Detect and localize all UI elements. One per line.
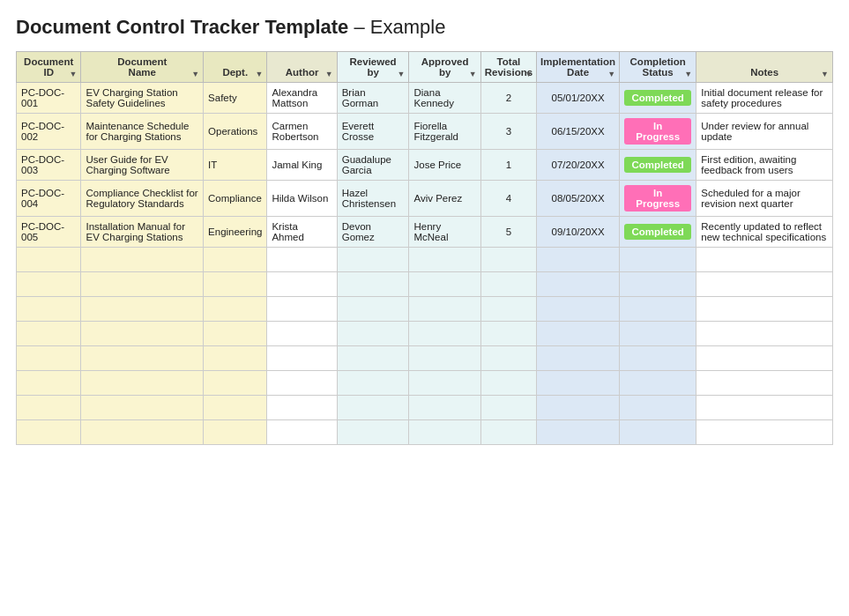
table-cell: PC-DOC-002 (17, 114, 81, 150)
col-header-approved-by[interactable]: Approvedby ▼ (409, 52, 480, 83)
cell-value: PC-DOC-005 (21, 221, 64, 242)
dropdown-icon-notes[interactable]: ▼ (821, 70, 829, 78)
cell-value: 5 (506, 226, 511, 237)
status-badge: Completed (624, 90, 691, 106)
table-cell: PC-DOC-005 (17, 217, 81, 248)
empty-cell (337, 272, 409, 297)
status-badge: Completed (624, 157, 691, 173)
cell-value: Everett Crosse (342, 121, 374, 142)
dropdown-icon-reviewed-by[interactable]: ▼ (398, 70, 406, 78)
dropdown-icon-total-revisions[interactable]: ▼ (525, 70, 532, 78)
table-cell: Completed (620, 83, 696, 114)
status-badge: In Progress (624, 118, 691, 145)
empty-cell (537, 396, 620, 420)
empty-cell (537, 248, 620, 272)
empty-cell (620, 420, 696, 445)
empty-cell (204, 272, 267, 297)
table-body: PC-DOC-001EV Charging Station Safety Gui… (17, 83, 833, 445)
cell-value: Krista Ahmed (272, 221, 303, 242)
empty-cell (696, 371, 833, 396)
col-header-notes[interactable]: Notes ▼ (696, 52, 833, 83)
empty-cell (480, 297, 536, 322)
col-header-dept[interactable]: Dept. ▼ (204, 52, 267, 83)
cell-value: 09/10/20XX (552, 226, 605, 237)
col-header-author[interactable]: Author ▼ (267, 52, 337, 83)
cell-value: 06/15/20XX (552, 126, 605, 137)
empty-cell (409, 420, 480, 445)
table-cell: Jamal King (267, 150, 337, 181)
empty-cell (81, 248, 204, 272)
cell-value: Safety (208, 93, 237, 103)
cell-value: Hazel Christensen (342, 188, 396, 209)
table-cell: 3 (480, 114, 536, 150)
empty-cell (204, 346, 267, 371)
cell-value: EV Charging Station Safety Guidelines (86, 87, 177, 108)
table-row: PC-DOC-004Compliance Checklist for Regul… (17, 181, 833, 217)
cell-value: PC-DOC-002 (21, 121, 64, 142)
empty-cell (204, 248, 267, 272)
dropdown-icon-approved-by[interactable]: ▼ (469, 70, 477, 78)
table-cell: Krista Ahmed (267, 217, 337, 248)
empty-cell (81, 420, 204, 445)
cell-value: PC-DOC-001 (21, 87, 64, 108)
table-row: PC-DOC-002Maintenance Schedule for Charg… (17, 114, 833, 150)
table-cell: Guadalupe Garcia (337, 150, 409, 181)
empty-cell (337, 371, 409, 396)
cell-value: PC-DOC-003 (21, 154, 64, 175)
empty-row (17, 322, 833, 346)
empty-cell (267, 272, 337, 297)
empty-cell (409, 346, 480, 371)
dropdown-icon-impl-date[interactable]: ▼ (607, 70, 615, 78)
cell-value: Maintenance Schedule for Charging Statio… (86, 121, 189, 142)
empty-cell (409, 396, 480, 420)
dropdown-icon-author[interactable]: ▼ (325, 70, 333, 78)
col-header-reviewed-by[interactable]: Reviewedby ▼ (337, 52, 409, 83)
table-cell: EV Charging Station Safety Guidelines (81, 83, 204, 114)
cell-value: Operations (208, 126, 257, 137)
empty-cell (620, 248, 696, 272)
table-cell: PC-DOC-004 (17, 181, 81, 217)
empty-cell (267, 420, 337, 445)
col-header-doc-id[interactable]: DocumentID ▼ (17, 52, 81, 83)
cell-value: 05/01/20XX (552, 93, 605, 103)
empty-cell (696, 297, 833, 322)
table-cell: 09/10/20XX (537, 217, 620, 248)
table-cell: 08/05/20XX (537, 181, 620, 217)
empty-cell (480, 248, 536, 272)
table-cell: Compliance Checklist for Regulatory Stan… (81, 181, 204, 217)
empty-cell (480, 371, 536, 396)
cell-value: 07/20/20XX (552, 160, 605, 170)
empty-cell (81, 322, 204, 346)
empty-cell (267, 297, 337, 322)
table-row: PC-DOC-005Installation Manual for EV Cha… (17, 217, 833, 248)
col-header-impl-date[interactable]: ImplementationDate ▼ (537, 52, 620, 83)
cell-value: 4 (506, 193, 511, 204)
empty-cell (620, 371, 696, 396)
col-header-doc-name[interactable]: DocumentName ▼ (81, 52, 204, 83)
empty-cell (267, 322, 337, 346)
empty-cell (204, 322, 267, 346)
empty-cell (337, 346, 409, 371)
dropdown-icon-dept[interactable]: ▼ (256, 70, 264, 78)
empty-cell (337, 248, 409, 272)
empty-cell (204, 297, 267, 322)
empty-cell (620, 322, 696, 346)
empty-cell (620, 272, 696, 297)
empty-cell (17, 371, 81, 396)
dropdown-icon-comp-status[interactable]: ▼ (684, 70, 692, 78)
empty-cell (337, 322, 409, 346)
page-title: Document Control Tracker Template – Exam… (16, 16, 833, 39)
cell-value: Alexandra Mattson (272, 87, 317, 108)
table-cell: Engineering (204, 217, 267, 248)
header-row: DocumentID ▼ DocumentName ▼ Dept. ▼ Auth… (17, 52, 833, 83)
table-cell: Compliance (204, 181, 267, 217)
dropdown-icon-doc-id[interactable]: ▼ (70, 70, 78, 78)
table-cell: 2 (480, 83, 536, 114)
empty-cell (337, 420, 409, 445)
table-cell: First edition, awaiting feedback from us… (696, 150, 833, 181)
cell-value: Aviv Perez (413, 193, 462, 204)
col-header-comp-status[interactable]: CompletionStatus ▼ (620, 52, 696, 83)
dropdown-icon-doc-name[interactable]: ▼ (191, 70, 199, 78)
col-header-total-revisions[interactable]: TotalRevisions ▼ (480, 52, 536, 83)
cell-value: Jamal King (272, 160, 322, 170)
